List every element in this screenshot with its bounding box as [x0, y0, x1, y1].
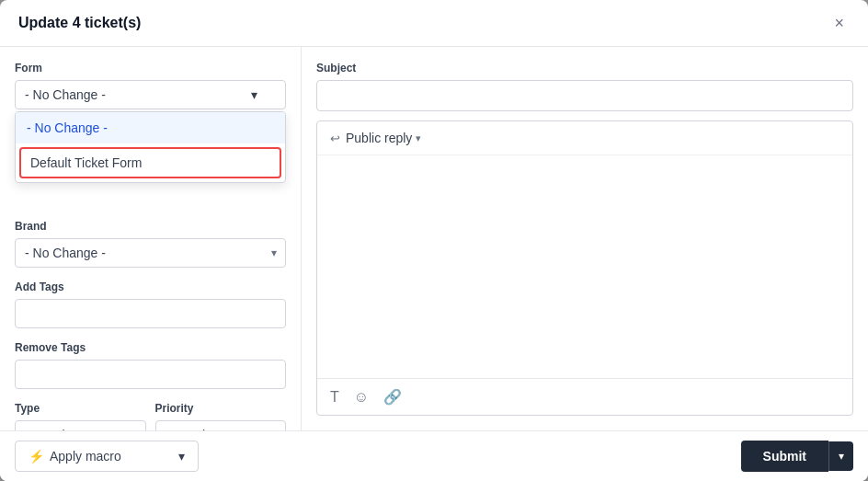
apply-macro-chevron-icon: ▾	[178, 449, 185, 464]
submit-dropdown-button[interactable]: ▾	[828, 441, 853, 471]
modal: Update 4 ticket(s) × Form - No Change - …	[0, 0, 868, 481]
priority-label: Priority	[155, 402, 287, 415]
priority-field-group: Priority - No Change - ▾	[155, 402, 287, 430]
right-panel: Subject - No Change - ↩ Public reply ▾ T	[302, 47, 868, 430]
reply-arrow-icon: ↩	[330, 132, 340, 145]
dropdown-item-default-ticket-form[interactable]: Default Ticket Form	[19, 147, 281, 178]
reply-type-label: Public reply	[346, 131, 412, 145]
format-text-icon: T	[330, 389, 339, 405]
modal-overlay: Update 4 ticket(s) × Form - No Change - …	[0, 0, 868, 481]
brand-field-group: Brand - No Change - ▾	[15, 220, 286, 268]
reply-type-button[interactable]: Public reply ▾	[346, 131, 421, 145]
add-tags-field-group: Add Tags	[15, 281, 286, 328]
priority-select-wrapper: - No Change - ▾	[155, 420, 287, 430]
form-selected-value: - No Change -	[25, 87, 106, 102]
form-label: Form	[15, 62, 286, 74]
form-select-button[interactable]: - No Change - ▾	[15, 80, 286, 109]
type-field-group: Type - No Change - ▾	[15, 402, 146, 430]
reply-area: ↩ Public reply ▾ T ☺	[316, 120, 853, 416]
emoji-icon: ☺	[354, 389, 369, 405]
dropdown-item-no-change[interactable]: - No Change -	[16, 112, 285, 143]
bolt-icon: ⚡	[29, 449, 44, 464]
submit-button[interactable]: Submit	[741, 441, 828, 472]
emoji-button[interactable]: ☺	[352, 387, 371, 407]
subject-input[interactable]: - No Change -	[316, 80, 853, 111]
brand-label: Brand	[15, 220, 286, 233]
type-select[interactable]: - No Change -	[15, 420, 146, 430]
add-tags-label: Add Tags	[15, 281, 286, 293]
link-button[interactable]: 🔗	[382, 386, 404, 407]
remove-tags-field-group: Remove Tags	[15, 341, 286, 389]
form-dropdown-container: - No Change - ▾ - No Change - Default Ti…	[15, 80, 286, 109]
add-tags-input[interactable]	[15, 299, 286, 328]
form-chevron-icon: ▾	[251, 87, 257, 102]
brand-select[interactable]: - No Change -	[15, 238, 286, 268]
link-icon: 🔗	[383, 389, 402, 405]
format-text-button[interactable]: T	[328, 387, 341, 407]
modal-body: Form - No Change - ▾ - No Change - Defau…	[0, 47, 868, 430]
reply-toolbar: T ☺ 🔗	[317, 378, 852, 415]
left-panel: Form - No Change - ▾ - No Change - Defau…	[0, 47, 302, 430]
type-label: Type	[15, 402, 146, 415]
form-field-group: Form - No Change - ▾ - No Change - Defau…	[15, 62, 286, 109]
modal-footer: ⚡ Apply macro ▾ Submit ▾	[0, 430, 868, 481]
reply-header: ↩ Public reply ▾	[317, 121, 852, 155]
apply-macro-left: ⚡ Apply macro	[29, 449, 121, 464]
remove-tags-label: Remove Tags	[15, 341, 286, 354]
submit-group: Submit ▾	[741, 441, 853, 472]
apply-macro-button[interactable]: ⚡ Apply macro ▾	[15, 441, 199, 472]
submit-chevron-icon: ▾	[839, 450, 844, 463]
reply-content-area[interactable]	[317, 155, 852, 378]
brand-select-wrapper: - No Change - ▾	[15, 238, 286, 268]
modal-title: Update 4 ticket(s)	[18, 15, 141, 31]
subject-label: Subject	[316, 62, 853, 74]
modal-header: Update 4 ticket(s) ×	[0, 0, 868, 47]
type-select-wrapper: - No Change - ▾	[15, 420, 146, 430]
priority-select[interactable]: - No Change -	[155, 420, 287, 430]
type-priority-row: Type - No Change - ▾ Priority - No C	[15, 402, 286, 430]
remove-tags-input[interactable]	[15, 360, 286, 389]
reply-chevron-icon: ▾	[416, 132, 421, 144]
close-button[interactable]: ×	[828, 13, 850, 33]
apply-macro-label: Apply macro	[50, 449, 121, 464]
form-dropdown-menu: - No Change - Default Ticket Form	[15, 111, 286, 183]
